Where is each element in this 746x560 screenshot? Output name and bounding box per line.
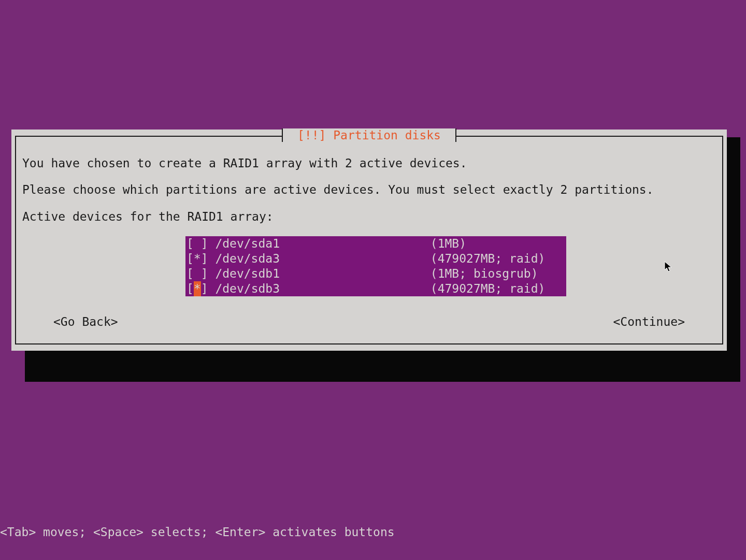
help-bar: <Tab> moves; <Space> selects; <Enter> ac… <box>0 525 746 539</box>
partition-text: ] /dev/sdb3 (479027MB; raid) <box>201 282 546 295</box>
dialog-nav: <Go Back> <Continue> <box>22 315 716 328</box>
instruction-line-1: You have chosen to create a RAID1 array … <box>22 156 716 170</box>
checkbox-bracket: [ <box>187 282 194 295</box>
dialog-inner: [!!] Partition disks You have chosen to … <box>15 136 723 344</box>
partition-dialog: [!!] Partition disks You have chosen to … <box>11 130 727 351</box>
partition-row[interactable]: [*] /dev/sdb3 (479027MB; raid) <box>185 281 566 296</box>
dialog-title-wrap: [!!] Partition disks <box>16 128 722 142</box>
dialog-title: [!!] Partition disks <box>294 128 444 142</box>
checkbox-mark: * <box>194 281 201 296</box>
partition-row[interactable]: [ ] /dev/sdb1 (1MB; biosgrub) <box>185 266 566 281</box>
go-back-button[interactable]: <Go Back> <box>53 315 118 328</box>
dialog-title-border: [!!] Partition disks <box>282 128 456 142</box>
continue-button[interactable]: <Continue> <box>613 315 685 328</box>
partition-row[interactable]: [*] /dev/sda3 (479027MB; raid) <box>185 251 566 266</box>
instruction-line-3: Active devices for the RAID1 array: <box>22 210 716 223</box>
spacer <box>22 170 716 183</box>
partition-list[interactable]: [ ] /dev/sda1 (1MB)[*] /dev/sda3 (479027… <box>185 236 566 296</box>
partition-row[interactable]: [ ] /dev/sda1 (1MB) <box>185 236 566 251</box>
instruction-line-2: Please choose which partitions are activ… <box>22 183 716 196</box>
spacer <box>22 197 716 210</box>
